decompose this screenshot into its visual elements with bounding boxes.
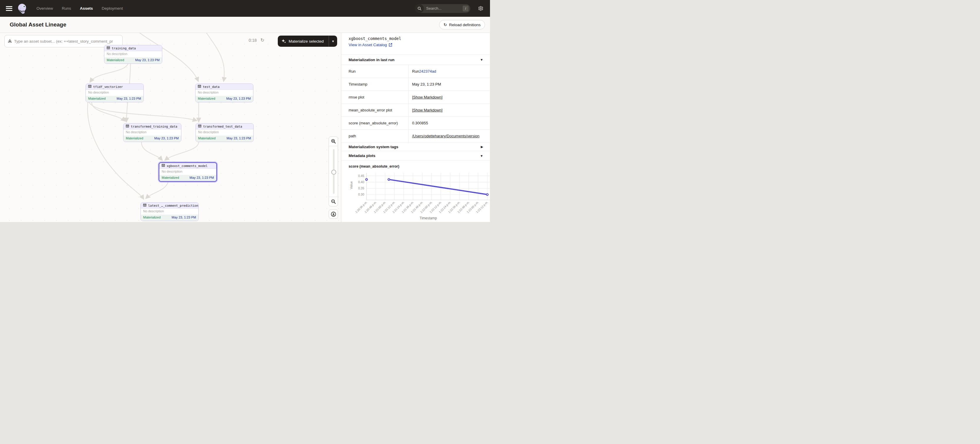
edge <box>146 182 168 198</box>
asset-timestamp: May 23, 1:23 PM <box>117 97 141 101</box>
data-point[interactable] <box>366 178 368 180</box>
asset-node-transformed-training-data[interactable]: transformed_training_data No description… <box>123 123 181 142</box>
zoom-slider-handle[interactable] <box>331 170 336 175</box>
table-icon <box>107 46 110 50</box>
asset-node-name: latest_…_comment_predictions <box>148 204 199 207</box>
section-title: Metadata plots <box>348 153 480 158</box>
nav-item-overview[interactable]: Overview <box>37 6 53 11</box>
section-materialization-system-tags[interactable]: Materialization system tags ▶ <box>341 143 490 151</box>
refresh-timer: 0:18 <box>249 38 257 43</box>
data-point[interactable] <box>388 178 390 180</box>
materialize-selected-label: Materialize selected <box>289 39 329 43</box>
y-tick-label: 0.35 <box>358 186 364 190</box>
asset-status: Materialized <box>198 137 215 141</box>
reload-definitions-button[interactable]: ↻ Reload definitions <box>439 20 485 29</box>
asset-timestamp: May 23, 1:23 PM <box>154 137 179 141</box>
score-value: 0.300855 <box>408 117 490 130</box>
asset-lineage-canvas[interactable]: Type an asset subset... (ex: ++latest_st… <box>0 33 341 222</box>
asset-node-name: xgboost_comments_model <box>167 164 207 168</box>
section-title: Materialization system tags <box>348 145 481 149</box>
page-title: Global Asset Lineage <box>10 21 67 28</box>
external-link-icon <box>388 43 392 47</box>
asset-node-tfidf-vectorizer[interactable]: tfidf_vectorizer No description Material… <box>86 83 144 102</box>
asset-node-name: test_data <box>203 85 220 89</box>
row-run: Run Run 242374ad <box>341 65 490 78</box>
asset-node-test-data[interactable]: test_data No description MaterializedMay… <box>195 83 253 102</box>
page-header: Global Asset Lineage ↻ Reload definition… <box>0 17 490 33</box>
search-shortcut-badge: / <box>463 6 469 11</box>
chevron-down-icon[interactable]: ▼ <box>480 58 483 62</box>
asset-node-description: No description <box>124 129 181 135</box>
chevron-down-icon[interactable]: ▼ <box>480 154 483 158</box>
table-icon <box>198 85 201 89</box>
show-markdown-link[interactable]: [Show Markdown] <box>412 108 442 112</box>
nav-item-deployment[interactable]: Deployment <box>102 6 123 11</box>
edge <box>142 142 162 160</box>
download-graph-button[interactable] <box>329 209 338 219</box>
edge <box>89 102 196 121</box>
show-markdown-link[interactable]: [Show Markdown] <box>412 95 442 99</box>
dagster-logo-icon[interactable] <box>17 3 28 14</box>
asset-node-name: transformed_test_data <box>203 125 242 128</box>
asset-node-name: training_data <box>112 46 136 50</box>
y-axis-title: Value <box>350 181 353 189</box>
search-input[interactable]: Search... / <box>415 4 470 13</box>
zoom-out-button[interactable] <box>329 197 338 206</box>
edge <box>90 62 129 82</box>
settings-gear-icon[interactable] <box>478 6 484 11</box>
asset-status: Materialized <box>88 97 105 101</box>
run-value-prefix: Run <box>412 69 419 73</box>
dagster-app: Overview Runs Assets Deployment Search..… <box>0 0 490 222</box>
asset-details-panel: xgboost_comments_model View in Asset Cat… <box>341 33 490 222</box>
view-in-asset-catalog-link[interactable]: View in Asset Catalog <box>348 43 392 47</box>
nav-item-runs[interactable]: Runs <box>62 6 71 11</box>
path-link[interactable]: /Users/odetteharary/Documents/version <box>412 134 479 138</box>
table-icon <box>143 204 146 207</box>
chevron-right-icon[interactable]: ▶ <box>481 145 483 149</box>
asset-timestamp: May 23, 1:23 PM <box>226 97 251 101</box>
materialize-caret-icon[interactable]: ▼ <box>329 40 337 43</box>
data-point[interactable] <box>487 194 488 195</box>
table-icon <box>126 124 129 128</box>
asset-filter-placeholder: Type an asset subset... (ex: ++latest_st… <box>14 39 113 43</box>
asset-node-description: No description <box>159 169 216 175</box>
table-icon <box>162 164 165 168</box>
asset-node-name: transformed_training_data <box>131 125 177 128</box>
y-tick-label: 0.30 <box>358 193 364 196</box>
asset-timestamp: May 23, 1:23 PM <box>227 137 251 141</box>
edge <box>88 102 143 199</box>
search-placeholder: Search... <box>426 6 463 11</box>
asset-node-description: No description <box>141 208 199 215</box>
asset-node-training-data[interactable]: training_data No description Materialize… <box>104 45 162 64</box>
edge <box>206 33 224 81</box>
asset-status: Materialized <box>143 215 161 220</box>
asset-node-xgboost-comments-model[interactable]: xgboost_comments_model No description Ma… <box>159 162 217 182</box>
asset-timestamp: May 23, 1:23 PM <box>135 58 160 63</box>
panel-asset-title: xgboost_comments_model <box>348 36 401 41</box>
row-mean-absolute-error-plot: mean_absolute_error plot [Show Markdown] <box>341 103 490 116</box>
asset-node-latest-comment-predictions[interactable]: latest_…_comment_predictions No descript… <box>140 202 199 221</box>
section-metadata-plots[interactable]: Metadata plots ▼ <box>341 151 490 161</box>
row-label: Timestamp <box>341 82 408 86</box>
nav-item-assets[interactable]: Assets <box>80 6 93 11</box>
asset-node-description: No description <box>196 129 253 135</box>
sparkle-icon <box>281 39 286 44</box>
asset-node-name: tfidf_vectorizer <box>93 85 123 89</box>
nav-links: Overview Runs Assets Deployment <box>37 6 123 11</box>
menu-icon[interactable] <box>6 6 12 11</box>
edge <box>165 142 199 160</box>
zoom-slider[interactable] <box>329 146 338 197</box>
row-label: path <box>341 134 408 138</box>
run-id-link[interactable]: 242374ad <box>419 69 436 73</box>
search-icon <box>415 4 424 13</box>
zoom-in-button[interactable] <box>329 137 338 146</box>
timestamp-value: May 23, 1:23 PM <box>408 78 490 91</box>
zoom-controls <box>329 137 338 207</box>
asset-node-transformed-test-data[interactable]: transformed_test_data No description Mat… <box>196 123 254 142</box>
row-path: path /Users/odetteharary/Documents/versi… <box>341 129 490 142</box>
section-materialization-last-run[interactable]: Materialization in last run ▼ <box>341 54 490 65</box>
row-label: mean_absolute_error plot <box>341 108 408 112</box>
refresh-icon[interactable]: ↻ <box>261 37 264 43</box>
materialize-selected-button[interactable]: Materialize selected ▼ <box>278 36 337 47</box>
asset-node-description: No description <box>196 90 253 96</box>
